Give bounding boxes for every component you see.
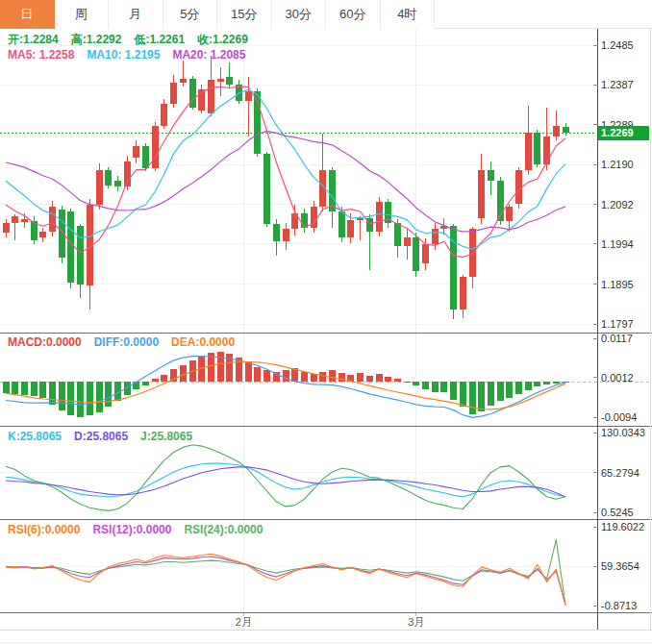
macd-histogram-bar bbox=[357, 373, 364, 382]
candle-body bbox=[49, 207, 56, 232]
kdj-j-line bbox=[6, 445, 565, 511]
candle-body bbox=[460, 277, 466, 310]
candle-body bbox=[301, 213, 308, 228]
macd-histogram-bar bbox=[12, 382, 18, 394]
candle-body bbox=[553, 126, 560, 136]
candle-body bbox=[226, 77, 233, 85]
candle-body bbox=[152, 126, 159, 168]
macd-histogram-bar bbox=[497, 382, 504, 400]
macd-histogram-bar bbox=[478, 382, 485, 410]
candle-body bbox=[283, 229, 289, 241]
candle-body bbox=[245, 91, 252, 101]
macd-histogram-bar bbox=[413, 382, 419, 385]
macd-histogram-bar bbox=[553, 382, 560, 383]
macd-histogram-bar bbox=[440, 382, 447, 391]
macd-histogram-bar bbox=[366, 376, 373, 382]
macd-histogram-bar bbox=[59, 382, 65, 409]
candle-body bbox=[432, 229, 439, 244]
candle-body bbox=[96, 170, 103, 205]
rsi24-line bbox=[6, 539, 565, 605]
macd-histogram-bar bbox=[31, 382, 38, 396]
macd-histogram-bar bbox=[319, 372, 326, 383]
candle-body bbox=[263, 154, 270, 224]
tab-60min[interactable]: 60分 bbox=[326, 0, 381, 29]
kdj-d-line bbox=[6, 467, 565, 497]
macd-histogram-bar bbox=[142, 382, 149, 384]
macd-histogram-bar bbox=[77, 382, 84, 417]
macd-histogram-bar bbox=[515, 382, 522, 393]
macd-histogram-bar bbox=[450, 382, 457, 400]
candle-body bbox=[376, 202, 383, 232]
candle-body bbox=[515, 170, 522, 204]
macd-histogram-bar bbox=[3, 382, 10, 393]
macd-histogram-bar bbox=[432, 382, 439, 392]
candle-body bbox=[450, 226, 457, 310]
macd-histogram-bar bbox=[394, 379, 401, 382]
candle-body bbox=[273, 224, 280, 242]
candle-body bbox=[114, 181, 121, 186]
macd-histogram-bar bbox=[385, 377, 391, 382]
candle-body bbox=[39, 232, 46, 237]
candle-body bbox=[67, 211, 74, 283]
candle-body bbox=[347, 220, 354, 237]
chart-canvas[interactable] bbox=[0, 0, 652, 644]
macd-histogram-bar bbox=[488, 382, 494, 405]
candle-body bbox=[525, 133, 532, 170]
forex-chart-window: 开:1.2284高:1.2292低:1.2261收:1.2269 MA5: 1.… bbox=[0, 0, 652, 644]
candle-body bbox=[339, 211, 345, 237]
candle-body bbox=[469, 229, 476, 277]
tab-15min[interactable]: 15分 bbox=[217, 0, 272, 29]
macd-histogram-bar bbox=[525, 382, 532, 390]
macd-histogram-bar bbox=[217, 352, 224, 383]
macd-histogram-bar bbox=[49, 382, 56, 404]
candle-body bbox=[394, 223, 401, 246]
candle-body bbox=[208, 80, 214, 113]
candle-body bbox=[543, 136, 550, 165]
macd-histogram-bar bbox=[339, 373, 345, 382]
macd-histogram-bar bbox=[543, 382, 550, 384]
candle-body bbox=[478, 170, 485, 218]
macd-histogram-bar bbox=[460, 382, 466, 407]
tab-week[interactable]: 周 bbox=[55, 0, 110, 29]
candle-body bbox=[563, 127, 569, 133]
macd-histogram-bar bbox=[87, 382, 93, 415]
candle-body bbox=[413, 237, 419, 271]
candle-body bbox=[105, 170, 112, 186]
macd-histogram-bar bbox=[161, 375, 167, 383]
macd-histogram-bar bbox=[469, 382, 476, 413]
rsi6-line bbox=[6, 554, 565, 605]
macd-histogram-bar bbox=[329, 370, 336, 382]
macd-histogram-bar bbox=[245, 361, 252, 382]
macd-histogram-bar bbox=[39, 382, 46, 397]
macd-histogram-bar bbox=[506, 382, 513, 397]
tab-5min[interactable]: 5分 bbox=[163, 0, 218, 29]
tab-day[interactable]: 日 bbox=[0, 0, 55, 29]
tab-month[interactable]: 月 bbox=[109, 0, 163, 29]
macd-histogram-bar bbox=[67, 382, 74, 414]
macd-histogram-bar bbox=[96, 382, 103, 411]
macd-histogram-bar bbox=[301, 372, 308, 383]
candle-body bbox=[404, 237, 411, 246]
macd-histogram-bar bbox=[534, 382, 540, 386]
candle-body bbox=[488, 170, 494, 181]
candle-body bbox=[142, 146, 149, 168]
candle-body bbox=[133, 146, 139, 158]
tab-4hour[interactable]: 4时 bbox=[381, 0, 436, 29]
candle-body bbox=[422, 244, 429, 263]
candle-body bbox=[357, 218, 364, 220]
candle-body bbox=[180, 79, 187, 83]
candle-body bbox=[217, 79, 224, 82]
tab-30min[interactable]: 30分 bbox=[272, 0, 327, 29]
macd-histogram-bar bbox=[404, 382, 411, 383]
macd-histogram-bar bbox=[152, 379, 159, 382]
candle-body bbox=[77, 226, 84, 285]
candle-body bbox=[534, 133, 540, 164]
macd-histogram-bar bbox=[263, 370, 270, 382]
macd-histogram-bar bbox=[254, 367, 261, 383]
macd-histogram-bar bbox=[105, 382, 112, 406]
candle-body bbox=[21, 219, 28, 222]
candle-body bbox=[329, 170, 336, 211]
macd-histogram-bar bbox=[283, 370, 289, 382]
candle-body bbox=[161, 104, 167, 126]
chart-area: 开:1.2284高:1.2292低:1.2261收:1.2269 MA5: 1.… bbox=[0, 0, 652, 644]
